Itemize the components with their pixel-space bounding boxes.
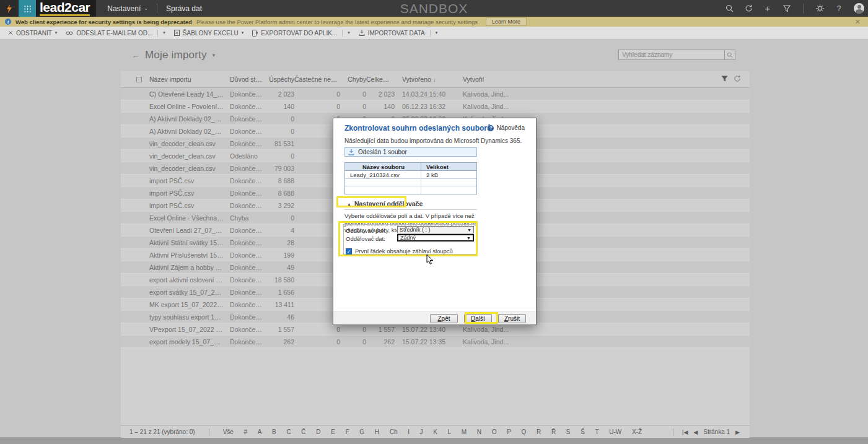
cancel-button[interactable]: Zrušit [498, 314, 526, 323]
first-page-icon[interactable]: |◀ [682, 429, 688, 435]
import-split-button[interactable]: ▾ [431, 27, 442, 40]
cell: 199 [262, 251, 294, 259]
search-icon[interactable] [725, 4, 734, 13]
alphabet-letter[interactable]: I [408, 429, 410, 435]
alphabet-letter[interactable]: Š [581, 429, 585, 435]
brand-text: lead2car [40, 1, 90, 16]
column-header[interactable]: Úspěchy [262, 76, 294, 83]
email-link-split-button[interactable]: ▾ [159, 27, 170, 40]
column-header[interactable]: Vytvořil [455, 76, 750, 83]
alphabet-letter[interactable]: M [462, 429, 467, 435]
alphabet-letter[interactable]: H [375, 429, 379, 435]
alphabet-letter[interactable]: G [359, 429, 364, 435]
alphabet-letter[interactable]: Vše [223, 429, 234, 435]
app-launcher-button[interactable] [19, 0, 36, 17]
alphabet-letter[interactable]: F [346, 429, 349, 435]
lightning-icon[interactable] [0, 0, 19, 17]
delete-button[interactable]: ODSTRANIT ▾ [4, 27, 61, 40]
help-link[interactable]: ? Nápověda [488, 124, 525, 131]
prev-page-icon[interactable]: ◀ [693, 429, 698, 435]
alphabet-letter[interactable]: L [448, 429, 452, 435]
cell: Dokončeno [224, 289, 262, 296]
alphabet-letter[interactable]: Ř [551, 429, 556, 435]
delimiter-section-toggle[interactable]: ▲ Nastavení oddělovače [347, 200, 423, 207]
brand-logo[interactable]: lead2car [36, 0, 96, 17]
alphabet-letter[interactable]: U-W [609, 429, 621, 435]
add-icon[interactable]: + [763, 4, 772, 13]
export-split-button[interactable]: ▾ [343, 27, 354, 40]
table-row[interactable]: export modely 15_07_2022 13-05-28.csvDok… [121, 336, 750, 348]
alphabet-letter[interactable]: R [537, 429, 541, 435]
dialog-intro-text: Následující data budou importována do Mi… [344, 137, 522, 144]
field-delimiter-select[interactable]: Středník ( ; ) ▼ [397, 226, 474, 233]
cell: Dokončeno [224, 165, 262, 172]
alphabet-letter[interactable]: J [420, 429, 423, 435]
column-header[interactable]: Důvod stavu [224, 76, 262, 83]
history-icon[interactable] [744, 4, 753, 13]
alphabet-letter[interactable]: T [595, 429, 599, 435]
cell: A) Aktivní Doklady 02_08_23 10-01-00.xls… [142, 115, 224, 123]
alphabet-letter[interactable]: A [258, 429, 262, 435]
table-row[interactable]: Excel Online - Povolení uživatelé 12/6/2… [121, 100, 750, 113]
view-selector[interactable]: ← Moje importy ▾ [131, 49, 215, 61]
nav-menu-settings[interactable]: Nastavení ⌄ [107, 4, 148, 13]
column-header[interactable]: Chyby [340, 76, 366, 83]
alphabet-letter[interactable]: Ch [390, 429, 398, 435]
filter-icon[interactable] [783, 4, 791, 13]
help-icon[interactable]: ? [835, 4, 843, 13]
alphabet-letter[interactable]: D [316, 429, 320, 435]
cell: C) Otevřené Leady 14_03_24 15-40-03.xlsx [142, 90, 224, 98]
settings-gear-icon[interactable] [815, 4, 824, 13]
environment-label: SANDBOX [400, 1, 468, 16]
column-header[interactable]: Název importu [142, 76, 224, 83]
alphabet-letter[interactable]: K [433, 429, 437, 435]
column-header[interactable]: Částečné neúsp [294, 76, 340, 83]
alphabet-letter[interactable]: P [507, 429, 511, 435]
cell: export aktivní oslovení 15_07_2022 13-05… [142, 276, 224, 284]
alphabet-letter[interactable]: O [492, 429, 497, 435]
user-avatar[interactable] [854, 3, 864, 14]
column-header[interactable]: Celkem zp [366, 76, 395, 83]
excel-templates-button[interactable]: ŠABLONY EXCELU ▾ [170, 27, 248, 40]
export-to-app-button[interactable]: EXPORTOVAT DO APLIK... [248, 27, 341, 40]
cell: Otevření Leadi 27_07_2022 15-07-45-xlsx.… [142, 227, 224, 234]
next-page-icon[interactable]: ▶ [735, 429, 740, 435]
alphabet-letter[interactable]: Q [522, 429, 527, 435]
cell: vin_decoder_clean.csv [142, 165, 224, 172]
alphabet-letter[interactable]: S [566, 429, 571, 435]
cell: Aktivní Příslušenství 15_07_2022 13-05-3… [142, 251, 224, 259]
back-button[interactable]: Zpět [430, 314, 458, 323]
search-input[interactable] [618, 50, 725, 60]
cell: 1 557 [366, 326, 395, 333]
header-row-checkbox[interactable]: ✓ [346, 248, 352, 255]
alphabet-letter[interactable]: N [477, 429, 481, 435]
alphabet-letter[interactable]: # [244, 429, 248, 435]
alphabet-letter[interactable]: B [272, 429, 276, 435]
cell: Dokončeno [224, 239, 262, 246]
chevron-down-icon: ▾ [55, 30, 58, 35]
email-link-button[interactable]: ODESLAT E-MAILEM OD... [61, 27, 157, 40]
column-header-sorted[interactable]: Vytvořeno↓ [395, 76, 455, 83]
nav-divider [803, 4, 804, 14]
alphabet-letter[interactable]: E [331, 429, 335, 435]
alphabet-letter[interactable]: Č [301, 429, 305, 435]
grid-refresh-icon[interactable] [734, 75, 741, 84]
alphabet-letter[interactable]: C [286, 429, 291, 435]
cell: 140 [262, 103, 294, 110]
table-row[interactable]: C) Otevřené Leady 14_03_24 15-40-03.xlsx… [121, 88, 750, 100]
nav-menu-data-management[interactable]: Správa dat [166, 4, 202, 13]
select-all-checkbox[interactable] [121, 77, 142, 82]
next-button[interactable]: Další [464, 314, 492, 323]
banner-close-icon[interactable]: ✕ [855, 18, 863, 26]
file-table-row[interactable]: Leady_210324.csv 2 kB [345, 171, 476, 179]
back-arrow-icon[interactable]: ← [131, 51, 139, 60]
table-row[interactable]: VPexport 15_07_2022 13-05-47.csvDokončen… [121, 323, 750, 336]
import-data-button[interactable]: IMPORTOVAT DATA [354, 27, 429, 40]
search-submit-icon[interactable] [725, 50, 735, 60]
learn-more-button[interactable]: Learn More [486, 17, 527, 26]
command-bar: ODSTRANIT ▾ ODESLAT E-MAILEM OD... ▾ ŠAB… [0, 27, 868, 40]
grid-filter-icon[interactable] [721, 76, 728, 84]
data-delimiter-select[interactable]: Žádný ▼ [397, 234, 474, 242]
chevron-down-icon: ▾ [242, 30, 244, 35]
alphabet-letter[interactable]: X-Ž [632, 429, 642, 435]
